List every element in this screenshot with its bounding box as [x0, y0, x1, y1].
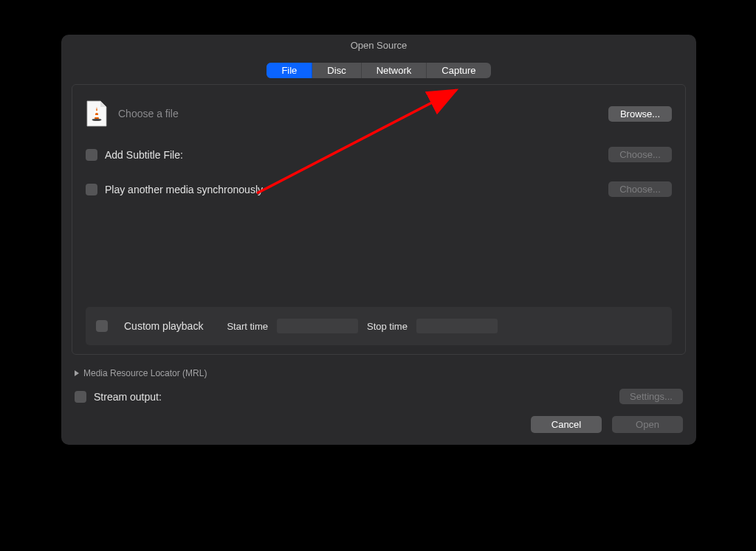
start-time-input[interactable]	[277, 319, 358, 333]
svg-point-2	[92, 119, 102, 121]
lower-section: Media Resource Locator (MRL) Stream outp…	[61, 355, 696, 416]
custom-playback-checkbox[interactable]	[96, 320, 108, 332]
tab-network[interactable]: Network	[362, 63, 427, 78]
stream-output-checkbox[interactable]	[75, 391, 86, 403]
subtitle-row: Add Subtitle File: Choose...	[86, 147, 672, 162]
tab-capture[interactable]: Capture	[427, 63, 490, 78]
stream-settings-button[interactable]: Settings...	[619, 389, 683, 404]
stop-time-label: Stop time	[367, 321, 408, 332]
mrl-label: Media Resource Locator (MRL)	[83, 368, 207, 378]
stop-time-input[interactable]	[416, 319, 498, 333]
choose-file-label: Choose a file	[118, 108, 608, 119]
tab-bar: File Disc Network Capture	[61, 63, 696, 78]
start-time-label: Start time	[227, 321, 268, 332]
tab-file[interactable]: File	[267, 63, 312, 78]
custom-playback-panel: Custom playback Start time Stop time	[86, 307, 672, 345]
mrl-disclosure[interactable]: Media Resource Locator (MRL)	[75, 362, 683, 389]
stream-output-row: Stream output: Settings...	[75, 389, 683, 404]
window-titlebar: Open Source	[61, 35, 696, 55]
window-title: Open Source	[351, 40, 408, 51]
dialog-buttons: Cancel Open	[61, 416, 696, 445]
sync-label: Play another media synchronously	[105, 184, 608, 195]
open-source-dialog: Open Source File Disc Network Capture Ch…	[61, 35, 696, 445]
vlc-file-icon	[86, 100, 108, 128]
subtitle-checkbox[interactable]	[86, 149, 97, 161]
disclosure-triangle-icon	[75, 370, 79, 376]
sync-checkbox[interactable]	[86, 184, 97, 195]
svg-rect-1	[94, 115, 100, 117]
subtitle-label: Add Subtitle File:	[105, 149, 608, 161]
file-panel: Choose a file Browse... Add Subtitle Fil…	[72, 84, 686, 355]
custom-playback-label: Custom playback	[124, 320, 203, 332]
tab-disc[interactable]: Disc	[312, 63, 361, 78]
stream-output-label: Stream output:	[94, 391, 619, 403]
sync-choose-button[interactable]: Choose...	[608, 181, 672, 197]
open-button[interactable]: Open	[612, 416, 683, 433]
svg-rect-0	[94, 111, 99, 113]
sync-row: Play another media synchronously Choose.…	[86, 181, 672, 197]
subtitle-choose-button[interactable]: Choose...	[608, 147, 672, 162]
source-tabs: File Disc Network Capture	[267, 63, 490, 78]
browse-button[interactable]: Browse...	[608, 106, 672, 122]
cancel-button[interactable]: Cancel	[531, 416, 602, 433]
choose-file-row: Choose a file Browse...	[86, 100, 672, 128]
